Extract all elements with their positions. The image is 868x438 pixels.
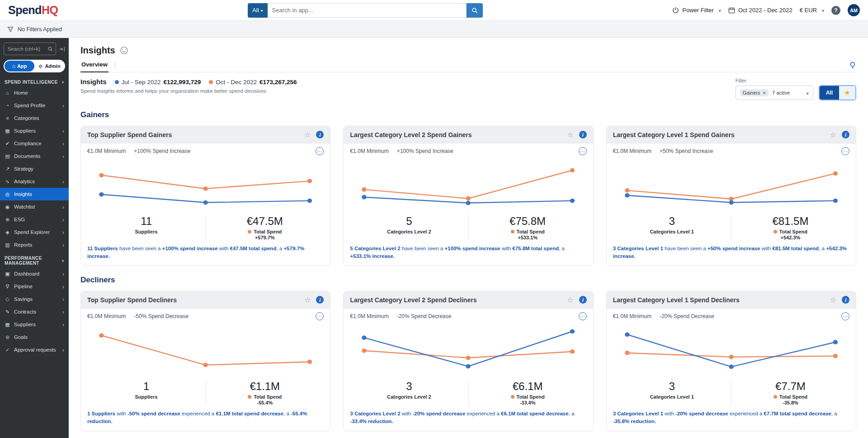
sidebar-item[interactable]: ◈ Spend Explorer xyxy=(0,226,69,238)
sidebar-item-icon: ↗ xyxy=(5,166,10,172)
card-header: Largest Category Level 2 Spend Decliners xyxy=(344,291,593,309)
sidebar-item[interactable]: ✓ Approval requests xyxy=(0,343,69,356)
search-input[interactable] xyxy=(268,3,467,18)
sidebar-item[interactable]: ▣ Dashboard xyxy=(0,267,69,280)
search-scope-label: All xyxy=(252,7,259,14)
info-icon[interactable] xyxy=(316,296,324,304)
chip-close-icon[interactable]: × xyxy=(763,90,765,95)
sidebar-item[interactable]: ≡ Categories xyxy=(0,112,69,124)
tab-overview[interactable]: Overview xyxy=(80,61,108,72)
info-icon[interactable] xyxy=(579,296,587,304)
legend-period-amount: €173,267,256 xyxy=(259,79,297,86)
card-body: €1.0M Minimum -20% Spend Decrease 3 Cate… xyxy=(344,309,593,430)
search-button[interactable] xyxy=(467,3,483,18)
more-options-icon[interactable] xyxy=(579,147,587,155)
total-spend-label: Total Spend xyxy=(206,229,324,234)
all-button[interactable]: All xyxy=(820,86,839,100)
date-range-picker[interactable]: Oct 2022 - Dec 2022 xyxy=(728,7,793,14)
more-options-icon[interactable] xyxy=(841,312,849,320)
sidebar-item-label: Reports xyxy=(14,242,59,248)
collapse-sidebar-icon[interactable] xyxy=(59,46,65,52)
more-options-icon[interactable] xyxy=(579,312,587,320)
feedback-smiley-icon[interactable] xyxy=(120,46,128,55)
favorites-star-button[interactable] xyxy=(839,86,855,100)
sidebar-item[interactable]: ◎ Insights xyxy=(0,188,69,200)
info-icon[interactable] xyxy=(579,131,587,138)
chevron-right-icon xyxy=(62,271,64,277)
sidebar-item-label: Suppliers xyxy=(14,128,59,133)
card-header: Largest Category Level 1 Spend Gainers xyxy=(607,126,856,143)
nav-list-performance-management: ▣ Dashboard ∇ Pipeline ◇ Savings ✎ Contr… xyxy=(0,267,69,356)
count-value: 5 xyxy=(350,215,468,228)
sidebar-item-label: Compliance xyxy=(14,141,59,146)
sidebar-item[interactable]: ⊚ Goals xyxy=(0,331,69,343)
more-options-icon[interactable] xyxy=(841,147,849,155)
minimum-criteria: €1.0M Minimum xyxy=(613,148,651,154)
sidebar-item[interactable]: ⊕ ESG xyxy=(0,213,69,226)
nav-section-spend-intelligence[interactable]: SPEND INTELLIGENCE xyxy=(0,75,69,86)
sidebar-item-label: Categories xyxy=(14,115,59,121)
card-stats: 3 Categories Level 2 €6.1M Total Spend -… xyxy=(350,379,586,408)
sidebar-search[interactable] xyxy=(4,43,56,55)
section-heading: Gainers xyxy=(80,110,856,119)
sidebar-item-icon: ▦ xyxy=(5,322,10,328)
sidebar-item[interactable]: ✔ Compliance xyxy=(0,137,69,150)
admin-tab[interactable]: Admin xyxy=(34,61,64,71)
search-scope-dropdown[interactable]: All xyxy=(248,3,267,18)
logo-hq: HQ xyxy=(42,4,58,16)
app-tab[interactable]: App xyxy=(5,61,34,71)
sidebar-search-input[interactable] xyxy=(7,46,46,52)
star-icon[interactable] xyxy=(567,295,573,304)
sidebar-item-icon: ⌂ xyxy=(5,90,10,95)
minimum-criteria: €1.0M Minimum xyxy=(350,313,388,319)
sidebar-item[interactable]: ▤ Documents xyxy=(0,150,69,162)
help-icon[interactable] xyxy=(831,6,840,15)
page-title: Insights xyxy=(80,45,115,56)
sidebar-item[interactable]: ◉ Watchlist xyxy=(0,200,69,213)
count-label: Suppliers xyxy=(87,229,205,234)
chevron-right-icon xyxy=(62,229,64,236)
currency-dropdown[interactable]: € EUR xyxy=(800,7,824,14)
info-icon[interactable] xyxy=(842,131,849,138)
change-criteria: +50% Spend Increase xyxy=(660,148,713,154)
app-logo[interactable]: SpendHQ xyxy=(8,4,58,17)
spend-line-chart xyxy=(613,322,849,379)
lightbulb-icon[interactable] xyxy=(849,62,856,69)
nav-section-performance-management[interactable]: PERFORMANCE MANAGEMENT xyxy=(0,251,69,267)
date-range-label: Oct 2022 - Dec 2022 xyxy=(738,7,793,14)
sidebar-item-icon: ◉ xyxy=(5,204,10,210)
sidebar-item[interactable]: ✎ Contracts xyxy=(0,305,69,318)
star-icon[interactable] xyxy=(830,130,836,139)
avatar[interactable]: AM xyxy=(848,4,860,16)
sidebar-item[interactable]: ◔ Spend Profile xyxy=(0,99,69,112)
sidebar-item[interactable]: ↗ Strategy xyxy=(0,162,69,175)
sidebar-item[interactable]: ▥ Reports xyxy=(0,238,69,251)
star-icon[interactable] xyxy=(304,295,311,304)
card-header: Top Supplier Spend Decliners xyxy=(81,291,330,309)
more-options-icon[interactable] xyxy=(316,312,324,320)
filter-funnel-icon[interactable] xyxy=(7,26,14,33)
sidebar-item-label: Analytics xyxy=(14,179,59,184)
chevron-right-icon xyxy=(62,178,64,185)
star-icon[interactable] xyxy=(567,130,573,139)
more-options-icon[interactable] xyxy=(316,147,324,155)
criteria-row: €1.0M Minimum -20% Spend Decrease xyxy=(350,312,586,320)
sidebar-item[interactable]: ∿ Analytics xyxy=(0,175,69,188)
info-icon[interactable] xyxy=(316,131,324,138)
insight-card: Largest Category Level 2 Spend Decliners… xyxy=(343,291,593,431)
sidebar-item[interactable]: ▦ Suppliers xyxy=(0,124,69,137)
total-spend-label: Total Spend xyxy=(206,394,324,400)
spend-line-chart xyxy=(350,322,586,379)
insight-type-select[interactable]: Gainers × 7 active xyxy=(736,86,813,100)
card-stats: 5 Categories Level 2 €75.8M Total Spend … xyxy=(350,214,586,243)
sidebar-item[interactable]: ⌂ Home xyxy=(0,86,69,99)
sidebar-item[interactable]: ◇ Savings xyxy=(0,293,69,305)
sidebar-item-label: Suppliers xyxy=(14,322,59,327)
sidebar-item[interactable]: ▦ Suppliers xyxy=(0,318,69,331)
chevron-right-icon xyxy=(62,216,64,223)
sidebar-item[interactable]: ∇ Pipeline xyxy=(0,280,69,293)
power-filter-button[interactable]: Power Filter xyxy=(672,7,721,14)
info-icon[interactable] xyxy=(842,296,849,304)
star-icon[interactable] xyxy=(304,130,311,139)
star-icon[interactable] xyxy=(830,295,836,304)
